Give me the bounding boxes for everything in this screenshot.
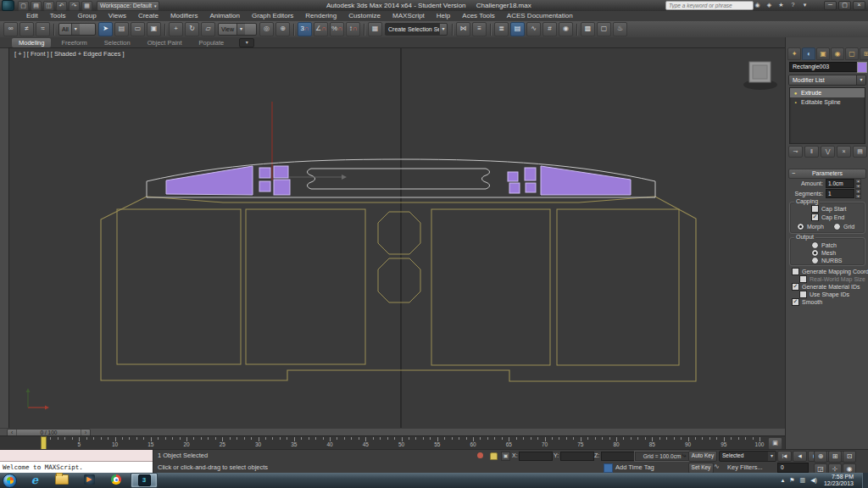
body-outer-spline[interactable] xyxy=(101,197,696,381)
tab-motion[interactable]: ◉ xyxy=(831,47,844,60)
ribbon-tab-populate[interactable]: Populate xyxy=(192,38,231,47)
menu-group[interactable]: Group xyxy=(71,11,102,21)
graphite-ribbon-toggle-icon[interactable]: ▤ xyxy=(510,22,525,36)
vent-left-3[interactable] xyxy=(259,181,270,191)
tray-show-hidden-icon[interactable]: ▴ xyxy=(782,477,785,484)
menu-maxscript[interactable]: MAXScript xyxy=(387,11,431,21)
zoom-all-button[interactable]: ⊞ xyxy=(828,451,842,463)
select-and-manipulate-icon[interactable]: ⊕ xyxy=(275,22,290,36)
edit-named-selection-sets-icon[interactable]: ▦ xyxy=(368,22,382,36)
start-button[interactable] xyxy=(3,474,17,488)
panel-spline-4[interactable] xyxy=(557,209,679,365)
mesh-radio[interactable]: Mesh xyxy=(811,249,836,257)
minimize-button[interactable]: ─ xyxy=(824,1,837,10)
menu-customize[interactable]: Customize xyxy=(342,11,387,21)
ribbon-tab-selection[interactable]: Selection xyxy=(97,38,137,47)
stack-item-editable-spline[interactable]: ▪Editable Spline xyxy=(790,97,865,107)
key-mode-dropdown[interactable]: Selected ▾ xyxy=(719,451,776,462)
previous-frame-button[interactable]: ◀ xyxy=(793,451,807,462)
zoom-extents-button[interactable]: ⊡ xyxy=(843,451,856,463)
checkbox-icon[interactable] xyxy=(792,298,799,306)
vent-right-1[interactable] xyxy=(508,172,518,181)
viewport-front[interactable]: [ + ] [ Front ] [ Shaded + Edged Faces ] xyxy=(8,47,786,430)
menu-views[interactable]: Views xyxy=(103,11,132,21)
menu-graph-editors[interactable]: Graph Editors xyxy=(246,11,299,21)
generate-material-ids-checkbox[interactable]: Generate Material IDs xyxy=(792,283,860,291)
window-crossing-icon[interactable]: ▣ xyxy=(147,22,161,36)
maximize-button[interactable]: ▢ xyxy=(838,1,851,10)
amount-field[interactable]: 1.0cm xyxy=(826,179,854,188)
menu-create[interactable]: Create xyxy=(132,11,164,21)
tray-action-center-icon[interactable]: ⚑ xyxy=(789,477,794,484)
object-name-field[interactable]: Rectangle003 xyxy=(789,62,858,72)
close-button[interactable]: × xyxy=(853,1,865,10)
radio-icon[interactable] xyxy=(833,223,841,230)
render-production-icon[interactable]: ♨ xyxy=(613,22,627,36)
save-file-icon[interactable]: ◫ xyxy=(43,1,54,11)
named-selection-sets-dropdown[interactable]: Create Selection Set▾ xyxy=(385,23,448,36)
mirror-icon[interactable]: ⋈ xyxy=(456,22,470,36)
tab-hierarchy[interactable]: ▣ xyxy=(816,47,830,60)
remove-modifier-button[interactable]: × xyxy=(837,146,851,158)
manage-layers-icon[interactable]: ≣ xyxy=(494,22,509,36)
redo-icon[interactable]: ↷ xyxy=(69,1,80,11)
time-tag-icon[interactable] xyxy=(604,463,613,473)
isolate-selection-icon[interactable] xyxy=(477,452,483,458)
infocenter-search-icon[interactable]: ◉ xyxy=(753,1,762,9)
chamfer-square-spline-bottom[interactable] xyxy=(378,258,420,302)
chamfer-square-spline-top[interactable] xyxy=(378,212,420,254)
panel-spline-3[interactable] xyxy=(431,209,550,365)
radio-icon[interactable] xyxy=(797,223,804,230)
checkbox-icon[interactable] xyxy=(799,291,807,298)
reference-coordinate-system-dropdown[interactable]: View▾ xyxy=(218,23,257,36)
subscription-center-icon[interactable]: ◈ xyxy=(765,1,774,9)
absolute-mode-icon[interactable]: ▣ xyxy=(501,452,510,461)
make-unique-button[interactable]: ⋁ xyxy=(821,146,835,158)
taskbar-3dsmax-icon[interactable]: 3 xyxy=(131,473,158,488)
ribbon-flyout-button[interactable]: ▾ xyxy=(239,38,254,47)
menu-edit[interactable]: Edit xyxy=(20,11,44,21)
curve-editor-icon[interactable]: ∿ xyxy=(526,22,541,36)
help-icon[interactable]: ? xyxy=(788,1,798,9)
panel-spline-2[interactable] xyxy=(246,209,365,364)
rectangular-selection-region-icon[interactable]: ▭ xyxy=(131,22,145,36)
tab-create[interactable]: ✦ xyxy=(787,47,801,60)
patch-radio[interactable]: Patch xyxy=(811,241,837,249)
radio-icon[interactable] xyxy=(811,241,819,249)
headlight-right[interactable] xyxy=(541,166,631,195)
workspace-dropdown[interactable]: Workspace: Default ▾ xyxy=(97,1,159,11)
viewcube[interactable] xyxy=(743,62,777,90)
go-to-start-button[interactable]: |◀ xyxy=(777,451,792,462)
macro-recorder-row[interactable] xyxy=(0,450,153,462)
render-setup-icon[interactable]: ▩ xyxy=(581,22,595,36)
ribbon-tab-modeling[interactable]: Modeling xyxy=(12,38,51,47)
checkbox-icon[interactable] xyxy=(792,283,799,291)
percent-snap-toggle-icon[interactable]: %∩ xyxy=(330,22,344,36)
cap-end-checkbox[interactable]: Cap End xyxy=(811,214,844,221)
ribbon-tab-object-paint[interactable]: Object Paint xyxy=(141,38,189,47)
generate-mapping-coords--checkbox[interactable]: Generate Mapping Coords. xyxy=(792,268,868,275)
menu-rendering[interactable]: Rendering xyxy=(299,11,342,21)
stack-item-extrude[interactable]: ●Extrude xyxy=(790,88,865,97)
unlink-selection-icon[interactable]: ≠ xyxy=(19,22,34,36)
rendered-frame-window-icon[interactable]: ▢ xyxy=(597,22,611,36)
undo-icon[interactable]: ↶ xyxy=(56,1,67,11)
3dsmax-logo-icon[interactable] xyxy=(2,0,14,11)
auto-key-button[interactable]: Auto Key xyxy=(688,451,717,462)
spinner-snap-toggle-icon[interactable]: ↕∩ xyxy=(346,22,360,36)
infocenter-search-input[interactable] xyxy=(665,1,754,10)
radio-icon[interactable] xyxy=(811,257,819,264)
menu-help[interactable]: Help xyxy=(431,11,456,21)
menu-aces-tools[interactable]: Aces Tools xyxy=(456,11,501,21)
open-mini-curve-editor-button[interactable]: ▣ xyxy=(768,437,782,450)
current-frame-field[interactable]: 0 xyxy=(777,463,809,473)
taskbar-ie-icon[interactable]: e xyxy=(22,473,47,486)
set-key-curve-icon[interactable]: ∿ xyxy=(714,463,720,470)
tab-display[interactable]: ▢ xyxy=(845,47,859,60)
select-and-link-icon[interactable]: ∞ xyxy=(3,22,18,36)
snaps-toggle-3d-icon[interactable]: 3∩ xyxy=(298,22,312,36)
favorites-icon[interactable]: ★ xyxy=(776,1,786,9)
modifier-list-dropdown[interactable]: Modifier List ▾ xyxy=(788,75,866,86)
viewport-label[interactable]: [ + ] [ Front ] [ Shaded + Edged Faces ] xyxy=(14,50,125,58)
vent-left-1[interactable] xyxy=(259,168,270,178)
